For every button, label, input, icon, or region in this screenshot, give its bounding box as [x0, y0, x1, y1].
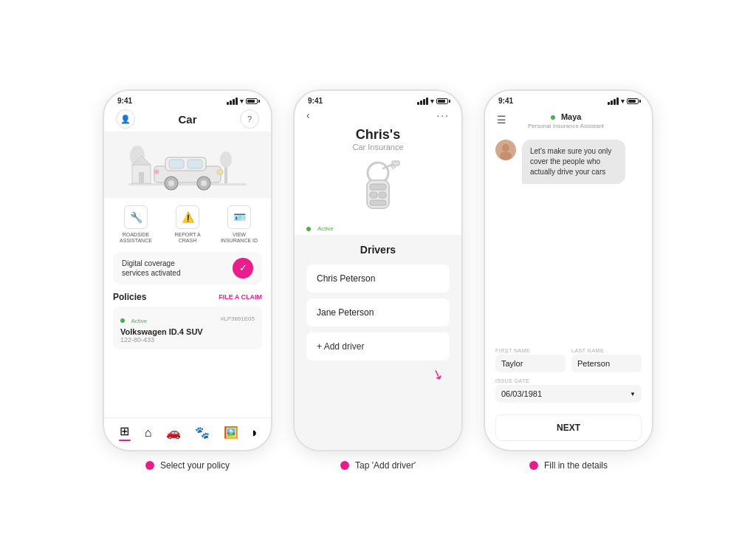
step3-dot: [529, 461, 538, 470]
step1-text: Select your policy: [160, 460, 230, 471]
phone1: 9:41 ▾ 👤: [103, 89, 272, 451]
help-icon[interactable]: ?: [240, 109, 259, 129]
svg-rect-23: [370, 200, 386, 205]
policy-item[interactable]: → Active #LP3891E05 Volkswagen ID.4 SUV …: [113, 307, 262, 349]
svg-rect-20: [370, 184, 386, 190]
date-value: 06/03/1981: [501, 389, 542, 398]
nav-home[interactable]: ⌂: [145, 426, 152, 440]
last-name-input[interactable]: [571, 355, 642, 372]
driver-jane-name: Jane Peterson: [317, 307, 374, 318]
next-label: NEXT: [557, 423, 580, 433]
phone1-content: 👤 Car ?: [104, 105, 271, 450]
roadside-assistance-btn[interactable]: 🔧 ROADSIDEASSISTANCE: [110, 205, 162, 245]
hamburger-menu[interactable]: ☰: [497, 114, 506, 126]
time-1: 9:41: [117, 97, 132, 105]
maya-online-dot: [551, 115, 555, 120]
phone3: 9:41 ▾ ☰: [484, 89, 653, 451]
phone3-content: ☰ Maya Personal Insurance Assistant: [485, 105, 652, 450]
nav-pet[interactable]: 🐾: [195, 426, 210, 440]
svg-point-4: [220, 151, 232, 168]
policies-section: Policies FILE A CLAIM → Active #LP3891E0…: [104, 287, 271, 417]
policy-number: 122-80-433: [120, 336, 255, 344]
drivers-section: Drivers Chris Peterson Jane Peterson + A…: [295, 235, 461, 450]
crash-label: REPORT ACRASH: [174, 232, 200, 245]
step2-label: Tap 'Add driver': [340, 460, 416, 471]
maya-info: Maya Personal Insurance Assistant: [528, 109, 604, 129]
first-name-input[interactable]: [495, 355, 566, 372]
battery-icon-1: [246, 98, 258, 104]
date-field-wrapper: ISSUE DATE 06/03/1981 ▼: [495, 378, 642, 403]
insurance-icon: 🪪: [227, 205, 251, 229]
chat-message-row: Let's make sure you only cover the peopl…: [495, 140, 642, 184]
time-2: 9:41: [308, 97, 323, 105]
arrow-annotation-2: ↙: [430, 365, 447, 384]
active-badge-2: Active: [295, 222, 461, 235]
svg-rect-11: [188, 160, 202, 168]
svg-rect-16: [217, 170, 223, 174]
first-name-field: FIRST NAME: [495, 348, 566, 372]
phone2-wrapper: 9:41 ▾ ‹ ···: [293, 89, 463, 471]
profile-icon[interactable]: 👤: [116, 109, 135, 129]
svg-rect-21: [370, 192, 377, 198]
chat-bubble: Let's make sure you only cover the peopl…: [522, 140, 625, 184]
owner-name: Chris's: [295, 127, 461, 143]
policy-name: Volkswagen ID.4 SUV: [120, 327, 255, 336]
phone3-header: ☰ Maya Personal Insurance Assistant: [485, 105, 652, 132]
status-bar-3: 9:41 ▾: [485, 91, 652, 105]
more-button[interactable]: ···: [436, 109, 450, 121]
crash-icon: ⚠️: [176, 205, 199, 229]
nav-more[interactable]: ◗: [252, 428, 256, 437]
policies-title: Policies: [113, 292, 146, 302]
add-driver-button[interactable]: + Add driver ↙: [306, 332, 450, 361]
car-illustration: [104, 132, 271, 198]
phone3-wrapper: 9:41 ▾ ☰: [484, 89, 653, 471]
driver-chris[interactable]: Chris Peterson: [306, 264, 450, 293]
phone1-wrapper: 9:41 ▾ 👤: [103, 89, 272, 471]
chat-message-text: Let's make sure you only cover the peopl…: [530, 147, 611, 176]
add-driver-label: + Add driver: [317, 341, 364, 352]
quick-actions: 🔧 ROADSIDEASSISTANCE ⚠️ REPORT ACRASH 🪪 …: [104, 198, 271, 249]
status-bar-1: 9:41 ▾: [104, 91, 271, 105]
svg-rect-17: [154, 170, 159, 174]
policy-id: #LP3891E05: [221, 315, 255, 322]
nav-car[interactable]: 🚗: [166, 426, 181, 440]
step1-label: Select your policy: [145, 460, 230, 471]
check-circle-icon[interactable]: ✓: [233, 258, 253, 279]
form-section: FIRST NAME LAST NAME ISSUE DATE 06/03/19…: [485, 348, 652, 409]
policy-title-area: Chris's Car Insurance: [295, 124, 461, 156]
roadside-icon: 🔧: [124, 205, 148, 229]
file-claim-btn[interactable]: FILE A CLAIM: [219, 293, 262, 301]
nav-scan[interactable]: ⊞: [119, 424, 131, 441]
last-name-label: LAST NAME: [571, 348, 642, 353]
phone2-header: ‹ ···: [295, 105, 461, 124]
wifi-icon-3: ▾: [621, 98, 625, 105]
back-button[interactable]: ‹: [306, 109, 310, 121]
driver-jane[interactable]: Jane Peterson: [306, 298, 450, 327]
status-bar-2: 9:41 ▾: [295, 91, 461, 105]
phone1-header: 👤 Car ?: [104, 105, 271, 132]
next-button[interactable]: NEXT: [495, 414, 642, 441]
view-insurance-btn[interactable]: 🪪 VIEWINSURANCE ID: [213, 205, 265, 245]
step3-text: Fill in the details: [544, 460, 608, 471]
svg-point-30: [500, 151, 512, 160]
nav-gallery[interactable]: 🖼️: [224, 426, 238, 440]
step2-dot: [340, 461, 349, 470]
svg-rect-22: [379, 192, 386, 198]
report-crash-btn[interactable]: ⚠️ REPORT ACRASH: [162, 205, 213, 245]
date-field[interactable]: 06/03/1981 ▼: [495, 385, 642, 403]
svg-point-13: [168, 180, 174, 186]
status-icons-1: ▾: [227, 98, 258, 105]
driver-chris-name: Chris Peterson: [317, 273, 375, 284]
phone2-content: ‹ ··· Chris's Car Insurance: [295, 105, 461, 450]
last-name-field: LAST NAME: [571, 348, 642, 372]
bottom-nav-1: ⊞ ⌂ 🚗 🐾 🖼️ ◗: [104, 417, 271, 450]
nav-indicator: [119, 440, 131, 441]
first-name-label: FIRST NAME: [495, 348, 566, 353]
status-icons-2: ▾: [417, 98, 448, 105]
policies-header: Policies FILE A CLAIM: [113, 292, 262, 302]
insurance-label: VIEWINSURANCE ID: [221, 232, 258, 245]
date-label: ISSUE DATE: [495, 378, 642, 383]
active-label-2: Active: [317, 225, 334, 232]
assistant-role: Personal Insurance Assistant: [528, 123, 604, 129]
name-row: FIRST NAME LAST NAME: [495, 348, 642, 372]
